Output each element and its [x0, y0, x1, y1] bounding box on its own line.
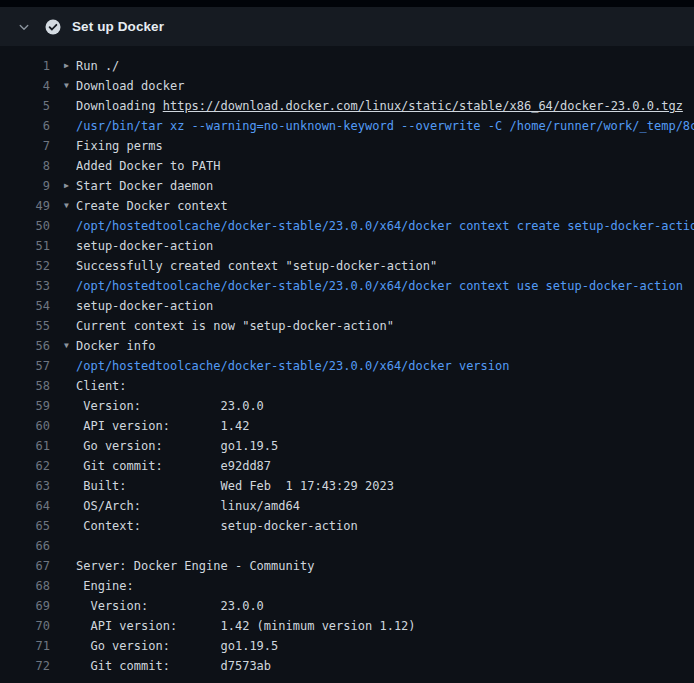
log-line: 4▼Download docker: [0, 76, 694, 96]
log-line: 50/opt/hostedtoolcache/docker-stable/23.…: [0, 216, 694, 236]
log-line: 60 API version: 1.42: [0, 416, 694, 436]
log-text: /opt/hostedtoolcache/docker-stable/23.0.…: [76, 356, 694, 376]
log-line: 54setup-docker-action: [0, 296, 694, 316]
log-text: /opt/hostedtoolcache/docker-stable/23.0.…: [76, 276, 694, 296]
line-number[interactable]: 51: [0, 236, 50, 256]
line-number[interactable]: 67: [0, 556, 50, 576]
log-command-text: /opt/hostedtoolcache/docker-stable/23.0.…: [76, 359, 509, 373]
log-line: 57/opt/hostedtoolcache/docker-stable/23.…: [0, 356, 694, 376]
log-line: 62 Git commit: e92dd87: [0, 456, 694, 476]
group-title[interactable]: Download docker: [76, 76, 694, 96]
group-title[interactable]: Start Docker daemon: [76, 176, 694, 196]
log-line: 58Client:: [0, 376, 694, 396]
log-plain-text: Added Docker to PATH: [76, 159, 221, 173]
log-command-text: /opt/hostedtoolcache/docker-stable/23.0.…: [76, 219, 694, 233]
log-text: Version: 23.0.0: [76, 396, 694, 416]
collapse-group-icon[interactable]: ▼: [64, 76, 76, 96]
log-lines: 1▶Run ./4▼Download docker5Downloading ht…: [0, 46, 694, 676]
log-plain-text: API version: 1.42: [76, 419, 249, 433]
log-text: Git commit: e92dd87: [76, 456, 694, 476]
collapse-group-icon[interactable]: ▼: [64, 336, 76, 356]
log-text: Go version: go1.19.5: [76, 436, 694, 456]
log-line: 61 Go version: go1.19.5: [0, 436, 694, 456]
log-plain-text: setup-docker-action: [76, 239, 213, 253]
log-line: 66: [0, 536, 694, 556]
top-gap: [0, 0, 694, 7]
log-text: Added Docker to PATH: [76, 156, 694, 176]
group-title[interactable]: Run ./: [76, 56, 694, 76]
line-number[interactable]: 65: [0, 516, 50, 536]
line-number[interactable]: 62: [0, 456, 50, 476]
line-number[interactable]: 50: [0, 216, 50, 236]
log-line: 65 Context: setup-docker-action: [0, 516, 694, 536]
log-plain-text: Successfully created context "setup-dock…: [76, 259, 437, 273]
log-link[interactable]: https://download.docker.com/linux/static…: [163, 99, 683, 113]
line-number[interactable]: 71: [0, 636, 50, 656]
step-header[interactable]: Set up Docker: [0, 7, 694, 46]
log-text: OS/Arch: linux/amd64: [76, 496, 694, 516]
log-text: Context: setup-docker-action: [76, 516, 694, 536]
line-number[interactable]: 4: [0, 76, 50, 96]
line-number[interactable]: 60: [0, 416, 50, 436]
line-number[interactable]: 70: [0, 616, 50, 636]
log-line: 8Added Docker to PATH: [0, 156, 694, 176]
line-number[interactable]: 63: [0, 476, 50, 496]
line-number[interactable]: 9: [0, 176, 50, 196]
group-title[interactable]: Docker info: [76, 336, 694, 356]
line-number[interactable]: 1: [0, 56, 50, 76]
log-viewer: Set up Docker 1▶Run ./4▼Download docker5…: [0, 0, 694, 683]
log-plain-text: Downloading: [76, 99, 163, 113]
line-number[interactable]: 5: [0, 96, 50, 116]
success-check-icon: [45, 19, 61, 35]
expand-group-icon[interactable]: ▶: [64, 176, 76, 196]
log-line: 55Current context is now "setup-docker-a…: [0, 316, 694, 336]
line-number[interactable]: 58: [0, 376, 50, 396]
log-text: Engine:: [76, 576, 694, 596]
line-number[interactable]: 54: [0, 296, 50, 316]
log-text: Fixing perms: [76, 136, 694, 156]
step-title: Set up Docker: [72, 19, 164, 34]
log-line: 52Successfully created context "setup-do…: [0, 256, 694, 276]
group-title[interactable]: Create Docker context: [76, 196, 694, 216]
log-text: Go version: go1.19.5: [76, 636, 694, 656]
log-plain-text: Built: Wed Feb 1 17:43:29 2023: [76, 479, 394, 493]
line-number[interactable]: 72: [0, 656, 50, 676]
line-number[interactable]: 52: [0, 256, 50, 276]
log-line: 72 Git commit: d7573ab: [0, 656, 694, 676]
line-number[interactable]: 53: [0, 276, 50, 296]
log-line: 7Fixing perms: [0, 136, 694, 156]
log-line: 49▼Create Docker context: [0, 196, 694, 216]
line-number[interactable]: 6: [0, 116, 50, 136]
log-line: 63 Built: Wed Feb 1 17:43:29 2023: [0, 476, 694, 496]
log-line: 56▼Docker info: [0, 336, 694, 356]
line-number[interactable]: 66: [0, 536, 50, 556]
line-number[interactable]: 64: [0, 496, 50, 516]
line-number[interactable]: 56: [0, 336, 50, 356]
collapse-group-icon[interactable]: ▼: [64, 196, 76, 216]
log-plain-text: Create Docker context: [76, 199, 228, 213]
line-number[interactable]: 68: [0, 576, 50, 596]
log-text: Downloading https://download.docker.com/…: [76, 96, 694, 116]
log-plain-text: Docker info: [76, 339, 155, 353]
log-text: Server: Docker Engine - Community: [76, 556, 694, 576]
log-text: Successfully created context "setup-dock…: [76, 256, 694, 276]
expand-group-icon[interactable]: ▶: [64, 56, 76, 76]
chevron-down-icon[interactable]: [16, 19, 32, 35]
log-line: 53/opt/hostedtoolcache/docker-stable/23.…: [0, 276, 694, 296]
log-command-text: /opt/hostedtoolcache/docker-stable/23.0.…: [76, 279, 683, 293]
line-number[interactable]: 7: [0, 136, 50, 156]
line-number[interactable]: 59: [0, 396, 50, 416]
log-line: 70 API version: 1.42 (minimum version 1.…: [0, 616, 694, 636]
log-plain-text: Git commit: e92dd87: [76, 459, 271, 473]
log-text: setup-docker-action: [76, 236, 694, 256]
line-number[interactable]: 61: [0, 436, 50, 456]
log-plain-text: Git commit: d7573ab: [76, 659, 271, 673]
line-number[interactable]: 69: [0, 596, 50, 616]
line-number[interactable]: 49: [0, 196, 50, 216]
log-plain-text: Download docker: [76, 79, 184, 93]
line-number[interactable]: 55: [0, 316, 50, 336]
line-number[interactable]: 57: [0, 356, 50, 376]
log-plain-text: setup-docker-action: [76, 299, 213, 313]
log-line: 71 Go version: go1.19.5: [0, 636, 694, 656]
line-number[interactable]: 8: [0, 156, 50, 176]
